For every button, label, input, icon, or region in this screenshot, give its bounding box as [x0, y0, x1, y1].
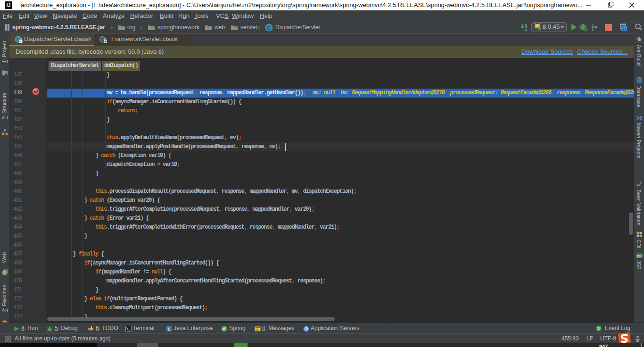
svg-text:E: E	[167, 327, 170, 331]
svg-text:M: M	[636, 114, 642, 121]
svg-text:JSF: JSF	[636, 255, 643, 258]
svg-text:01: 01	[525, 29, 528, 31]
svg-text:1: 1	[597, 326, 600, 331]
svg-text:C: C	[267, 25, 271, 31]
